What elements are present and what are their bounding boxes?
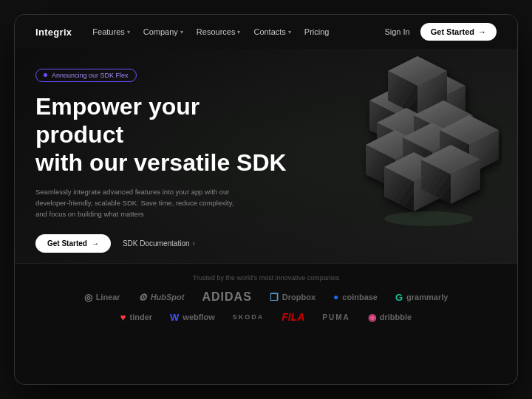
brand-skoda: SKODA: [233, 313, 265, 321]
chevron-icon: ▾: [237, 29, 240, 35]
hero-get-started-button[interactable]: Get Started →: [35, 234, 111, 253]
coinbase-icon: ●: [333, 292, 338, 302]
trusted-label: Trusted by the world's most innovative c…: [35, 274, 497, 282]
brand-puma: PUMA: [322, 313, 349, 321]
dropbox-icon: ❐: [270, 292, 279, 303]
logo-row-1: ◎ Linear ⚙ HubSpot adidas ❐ Dropbox ● co…: [35, 290, 497, 304]
nav-contacts[interactable]: Contacts ▾: [253, 27, 290, 36]
brand-grammarly: G grammarly: [395, 292, 448, 303]
signin-link[interactable]: Sign In: [384, 27, 409, 36]
hero-section: Announcing our SDK Flex Empower your pro…: [15, 49, 517, 263]
hero-title: Empower your product with our versatile …: [35, 92, 287, 177]
brand-adidas: adidas: [202, 290, 251, 304]
nav-company[interactable]: Company ▾: [143, 27, 183, 36]
nav-links: Features ▾ Company ▾ Resources ▾ Contact…: [92, 27, 384, 36]
hero-subtitle: Seamlessly integrate advanced features i…: [35, 186, 242, 220]
linear-icon: ◎: [84, 292, 92, 303]
nav-pricing[interactable]: Pricing: [304, 27, 330, 36]
cube-graphic: [325, 56, 502, 248]
badge-dot: [44, 73, 47, 77]
sdk-docs-button[interactable]: SDK Documentation ›: [123, 239, 195, 248]
arrow-icon: ›: [193, 239, 195, 248]
hero-actions: Get Started → SDK Documentation ›: [35, 234, 497, 253]
announcement-badge[interactable]: Announcing our SDK Flex: [35, 69, 137, 82]
dribbble-icon: ◉: [368, 312, 376, 323]
navbar: Integrix Features ▾ Company ▾ Resources …: [15, 15, 517, 49]
get-started-button[interactable]: Get Started →: [420, 23, 497, 41]
chevron-icon: ▾: [127, 29, 130, 35]
nav-resources[interactable]: Resources ▾: [197, 27, 241, 36]
logo: Integrix: [35, 27, 72, 38]
hubspot-icon: ⚙: [138, 292, 147, 303]
grammarly-icon: G: [395, 292, 403, 303]
brand-tinder: ♥ tinder: [120, 312, 152, 323]
brand-fila: FILA: [282, 311, 304, 323]
brand-linear: ◎ Linear: [84, 292, 120, 303]
brand-webflow: W webflow: [170, 312, 215, 323]
svg-point-30: [384, 211, 473, 226]
brand-hubspot: ⚙ HubSpot: [138, 292, 185, 303]
brand-dribbble: ◉ dribbble: [368, 312, 412, 323]
tinder-icon: ♥: [120, 312, 126, 323]
logo-row-2: ♥ tinder W webflow SKODA FILA PUMA ◉ dri…: [35, 311, 497, 323]
brand-dropbox: ❐ Dropbox: [270, 292, 316, 303]
nav-features[interactable]: Features ▾: [92, 27, 129, 36]
screen: Integrix Features ▾ Company ▾ Resources …: [15, 15, 517, 384]
nav-right: Sign In Get Started →: [384, 23, 497, 41]
chevron-icon: ▾: [180, 29, 183, 35]
webflow-icon: W: [170, 312, 179, 323]
chevron-icon: ▾: [288, 29, 291, 35]
trusted-section: Trusted by the world's most innovative c…: [15, 263, 517, 338]
brand-coinbase: ● coinbase: [333, 292, 378, 302]
